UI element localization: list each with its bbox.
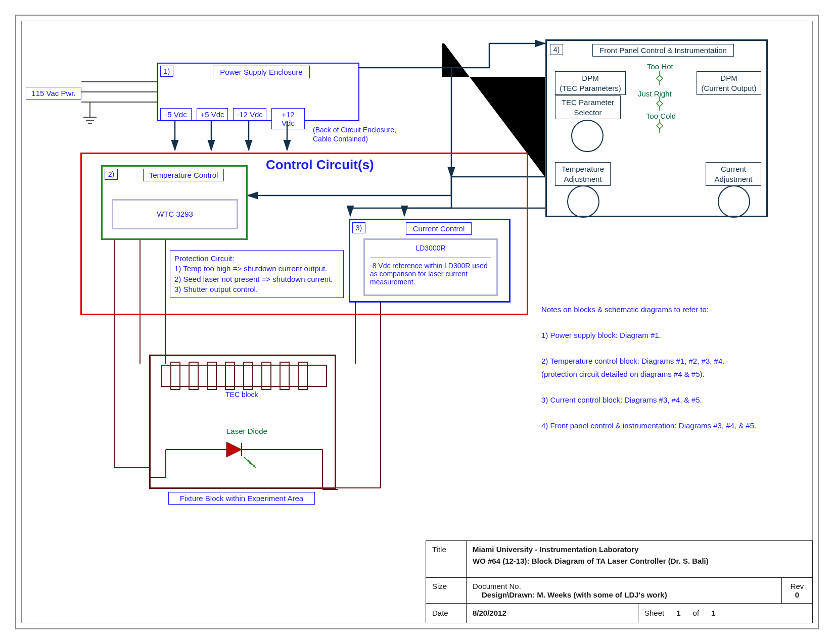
svg-rect-22 [207, 362, 216, 389]
title-hdr: Title [426, 541, 467, 577]
front-panel-block: 4) Front Panel Control & Instrumentation… [545, 39, 768, 217]
too-hot-label: Too Hot [647, 62, 673, 71]
ps-out-0: -5 Vdc [160, 108, 192, 121]
current-adj-label: Current Adjustment [706, 162, 761, 186]
block-num-3: 3) [352, 222, 365, 233]
notes-block: Notes on blocks & schematic diagrams to … [541, 303, 794, 432]
title-l2: WO #64 (12-13): Block Diagram of TA Lase… [473, 557, 806, 565]
fixture-internal-wires [151, 356, 338, 490]
date-hdr: Date [426, 604, 467, 623]
tec-graphic [151, 356, 338, 490]
notes-4: 4) Front panel control & instrumentation… [541, 419, 794, 432]
outer-frame: 115 Vac Pwr. 1) Power Supply Enclosure -… [15, 15, 819, 629]
power-supply-title: Power Supply Enclosure [213, 66, 310, 78]
svg-marker-44 [657, 123, 663, 129]
title-l1: Miami University - Instrumentation Labor… [473, 545, 806, 554]
sheet-tot: 1 [711, 608, 715, 619]
doc-val: Design\Drawn: M. Weeks (with some of LDJ… [473, 590, 775, 599]
fixture-title: Fixture Block within Experiment Area [168, 492, 315, 505]
temp-control-title: Temperature Control [143, 169, 224, 181]
wtc-chip: WTC 3293 [112, 199, 238, 229]
svg-rect-20 [171, 362, 180, 389]
rev-hdr: Rev [788, 582, 806, 590]
svg-rect-25 [262, 362, 271, 389]
protection-note: Protection Circuit: 1) Temp too high => … [170, 250, 344, 298]
title-block: Title Miami University - Instrumentation… [426, 540, 813, 623]
doc-hdr: Document No. [473, 582, 775, 590]
cable-note: (Back of Circuit Enclosure, Cable Contai… [313, 125, 396, 143]
just-right-label: Just Right [638, 89, 672, 98]
too-cold-label: Too Cold [646, 112, 676, 120]
inner-frame: 115 Vac Pwr. 1) Power Supply Enclosure -… [21, 21, 813, 623]
protection-title: Protection Circuit: [174, 254, 339, 264]
block-num-1: 1) [160, 66, 173, 77]
svg-rect-26 [280, 362, 289, 389]
laser-diode-label: Laser Diode [226, 427, 267, 435]
svg-rect-24 [244, 362, 253, 389]
protection-1: 1) Temp too high => shutdown current out… [174, 264, 339, 274]
sheet-hdr: Sheet [644, 608, 664, 619]
temp-control-block: 2) Temperature Control WTC 3293 [101, 165, 248, 240]
notes-1: 1) Power supply block: Diagram #1. [541, 329, 794, 342]
svg-rect-27 [298, 362, 307, 389]
ld-chip: LD3000R -8 Vdc reference within LD300R u… [363, 238, 498, 296]
page: 115 Vac Pwr. 1) Power Supply Enclosure -… [0, 0, 834, 644]
svg-line-32 [244, 457, 252, 465]
rev-val: 0 [788, 590, 806, 599]
dpm-current-label: DPM (Current Output) [697, 71, 761, 95]
front-panel-title: Front Panel Control & Instrumentation [592, 44, 734, 57]
current-adj-knob [718, 185, 750, 218]
notes-3: 3) Current control block: Diagrams #3, #… [541, 393, 794, 407]
ld-chip-note: -8 Vdc reference within LD300R used as c… [370, 257, 491, 286]
tec-label: TEC block [225, 390, 258, 399]
temp-adj-knob [567, 185, 599, 218]
notes-2b: (protection circuit detailed on diagrams… [541, 368, 794, 381]
svg-rect-23 [225, 362, 235, 389]
temp-adj-label: Temperature Adjustment [555, 162, 611, 186]
svg-rect-19 [162, 365, 327, 386]
dpm-tec-label: DPM (TEC Parameters) [555, 71, 626, 95]
current-control-block: 3) Current Control LD3000R -8 Vdc refere… [349, 219, 511, 303]
svg-marker-43 [657, 101, 663, 107]
size-hdr: Size [426, 578, 467, 603]
svg-marker-28 [226, 442, 242, 457]
sheet-of: of [693, 608, 700, 619]
svg-marker-42 [657, 75, 663, 81]
power-supply-block: 1) Power Supply Enclosure -5 Vdc +5 Vdc … [157, 63, 359, 121]
protection-3: 3) Shutter output control. [174, 284, 339, 294]
ld-chip-name: LD3000R [370, 244, 491, 252]
control-circuits-block: Control Circuit(s) 2) Temperature Contro… [80, 153, 528, 315]
ps-out-2: -12 Vdc [233, 108, 266, 121]
current-control-title: Current Control [406, 222, 472, 235]
protection-2: 2) Seed laser not present => shutdown cu… [174, 274, 339, 284]
svg-marker-33 [249, 462, 252, 465]
control-circuits-title: Control Circuit(s) [266, 157, 374, 173]
svg-marker-35 [253, 465, 256, 468]
tec-selector-label: TEC Parameter Selector [555, 95, 621, 119]
notes-2: 2) Temperature control block: Diagrams #… [541, 355, 794, 368]
sheet-cur: 1 [676, 608, 680, 619]
date-val: 8/20/2012 [467, 604, 638, 623]
selector-knob [571, 120, 604, 152]
block-num-4: 4) [550, 44, 563, 55]
input-power-label: 115 Vac Pwr. [26, 87, 81, 100]
svg-line-34 [248, 460, 256, 468]
block-num-2: 2) [105, 169, 118, 180]
svg-rect-21 [189, 362, 198, 389]
notes-heading: Notes on blocks & schematic diagrams to … [541, 303, 794, 316]
ps-out-1: +5 Vdc [197, 108, 228, 121]
fixture-block: TEC block Laser Diode [149, 355, 336, 489]
ps-out-3: +12 Vdc [271, 108, 305, 129]
